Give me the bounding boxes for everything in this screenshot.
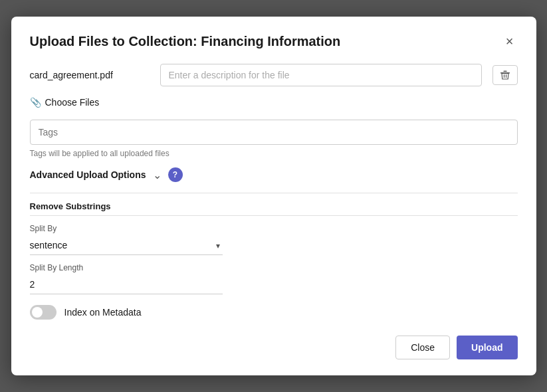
chevron-down-icon: ⌄ [153, 169, 162, 181]
advanced-options-panel: Remove Substrings Split By sentence word… [30, 193, 518, 320]
split-by-length-field-group: Split By Length [30, 263, 518, 294]
split-by-label: Split By [30, 224, 518, 233]
modal-header: Upload Files to Collection: Financing In… [30, 33, 518, 50]
split-by-field-group: Split By sentence word paragraph ▾ [30, 224, 518, 255]
advanced-upload-options-row[interactable]: Advanced Upload Options ⌄ ? [30, 167, 518, 182]
split-by-length-label: Split By Length [30, 263, 518, 272]
modal-title: Upload Files to Collection: Financing In… [30, 34, 341, 49]
help-icon[interactable]: ? [168, 167, 183, 182]
toggle-slider [30, 305, 56, 320]
index-metadata-toggle[interactable] [30, 305, 56, 320]
delete-file-button[interactable] [492, 65, 518, 85]
split-by-select-wrapper: sentence word paragraph ▾ [30, 236, 223, 255]
close-icon-button[interactable]: × [502, 33, 518, 50]
file-row: card_agreement.pdf [30, 64, 518, 86]
upload-button[interactable]: Upload [457, 336, 517, 359]
tags-section [30, 120, 518, 145]
close-button[interactable]: Close [395, 336, 450, 359]
choose-files-label: Choose Files [45, 97, 100, 108]
advanced-options-label: Advanced Upload Options [30, 169, 146, 180]
svg-rect-1 [503, 71, 506, 72]
modal-dialog: Upload Files to Collection: Financing In… [11, 17, 536, 375]
tags-hint: Tags will be applied to all uploaded fil… [30, 149, 518, 158]
file-name: card_agreement.pdf [30, 70, 150, 80]
choose-files-button[interactable]: 📎 Choose Files [30, 97, 518, 108]
index-metadata-label: Index on Metadata [64, 307, 142, 318]
modal-overlay: Upload Files to Collection: Financing In… [0, 0, 547, 392]
tags-input[interactable] [30, 120, 518, 145]
split-by-select[interactable]: sentence word paragraph [30, 236, 223, 255]
paperclip-icon: 📎 [30, 97, 41, 108]
file-description-input[interactable] [160, 64, 482, 86]
split-by-length-input[interactable] [30, 275, 223, 294]
trash-icon [500, 70, 510, 80]
index-metadata-row: Index on Metadata [30, 305, 518, 320]
remove-substrings-label: Remove Substrings [30, 201, 518, 216]
modal-footer: Close Upload [30, 336, 518, 359]
